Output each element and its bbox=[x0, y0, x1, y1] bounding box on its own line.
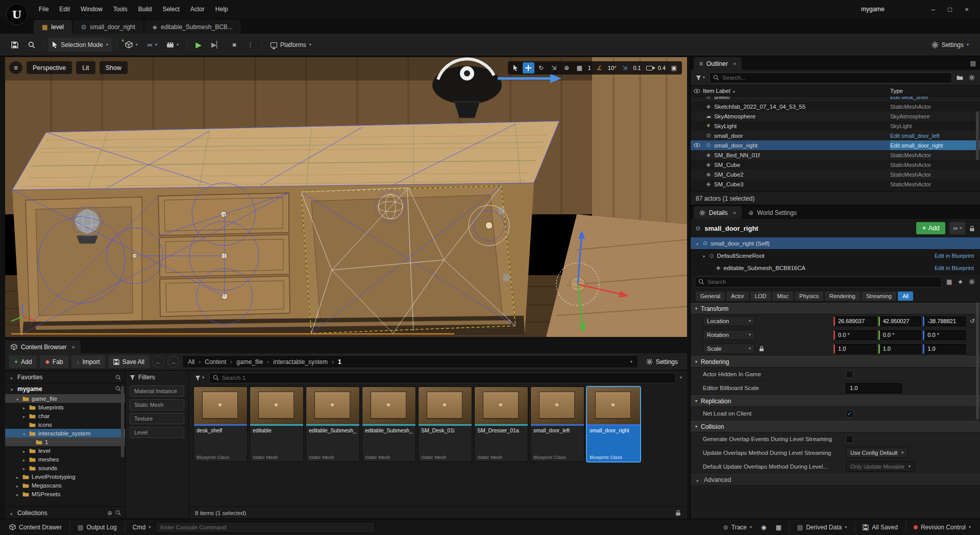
z-value-field[interactable]: -38.788821 bbox=[923, 317, 966, 326]
x-value-field[interactable]: 0.0 ° bbox=[834, 330, 876, 340]
lock-icon[interactable] bbox=[969, 225, 975, 232]
maximize-button[interactable]: □ bbox=[942, 3, 958, 16]
save-icon[interactable] bbox=[7, 38, 22, 52]
outliner-row[interactable]: small_door_right Edit small_door_right bbox=[691, 140, 980, 150]
net-load-checkbox[interactable] bbox=[846, 410, 853, 418]
platforms-dropdown[interactable]: Platforms▾ bbox=[266, 38, 315, 52]
component-row[interactable]: small_door_right (Self) bbox=[691, 237, 980, 250]
blueprints-dropdown[interactable]: ∞▾ bbox=[143, 38, 161, 52]
editor-tab[interactable]: editable_Submesh_BCB... bbox=[144, 20, 241, 34]
scale-snap-value[interactable]: 0.1 bbox=[631, 65, 642, 71]
select-tool-icon[interactable] bbox=[510, 62, 522, 74]
transform-axis-dropdown[interactable]: Rotation▾ bbox=[703, 330, 755, 340]
scale-snap-icon[interactable]: ⇲ bbox=[619, 62, 630, 74]
perspective-dropdown[interactable]: Perspective bbox=[27, 61, 72, 74]
category-chip[interactable]: Physics bbox=[795, 291, 823, 301]
output-log-button[interactable]: ▤Output Log bbox=[74, 521, 121, 533]
cmd-dropdown[interactable]: Cmd▾ bbox=[129, 521, 155, 533]
default-update-overlaps-dropdown[interactable]: Only Update Movable▾ bbox=[846, 461, 915, 472]
browse-icon[interactable] bbox=[24, 38, 39, 52]
blueprint-actions-dropdown[interactable]: ∞▾ bbox=[949, 222, 965, 234]
filter-chip[interactable]: Static Mesh bbox=[130, 399, 184, 410]
back-icon[interactable]: ← bbox=[153, 356, 164, 368]
all-saved-indicator[interactable]: All Saved bbox=[859, 521, 902, 533]
menu-item[interactable]: Edit bbox=[54, 3, 75, 15]
folder-tree-item[interactable]: sounds bbox=[5, 464, 125, 472]
collections-section[interactable]: Collections ⊕ bbox=[5, 506, 125, 519]
filter-chip[interactable]: Texture bbox=[130, 413, 184, 424]
fab-button[interactable]: ◆Fab bbox=[40, 355, 68, 368]
add-collection-icon[interactable]: ⊕ bbox=[107, 509, 112, 517]
asset-card[interactable]: desk_shelf Blueprint Class bbox=[194, 387, 247, 461]
filter-chip[interactable]: Material Instance bbox=[130, 385, 184, 397]
path-dropdown-icon[interactable]: ▾ bbox=[630, 360, 632, 364]
category-chip[interactable]: Actor bbox=[726, 291, 749, 301]
close-tab-icon[interactable]: × bbox=[733, 61, 736, 67]
outliner-row[interactable]: SM_Cube2 StaticMeshActor bbox=[691, 169, 980, 179]
breadcrumb-item[interactable]: interactable_system bbox=[267, 358, 328, 366]
scale-lock-icon[interactable] bbox=[759, 346, 764, 352]
menu-item[interactable]: Help bbox=[210, 3, 233, 15]
outliner-row[interactable]: shelfo Edit desk_shelf bbox=[691, 96, 980, 102]
transform-axis-dropdown[interactable]: Location▾ bbox=[703, 316, 755, 326]
category-chip[interactable]: Streaming bbox=[862, 291, 896, 301]
folder-tree-item[interactable]: meshes bbox=[5, 455, 125, 464]
play-options-icon[interactable]: ⋮ bbox=[243, 38, 258, 52]
console-command-input[interactable] bbox=[156, 522, 375, 533]
search-icon[interactable] bbox=[115, 386, 121, 392]
asset-card[interactable]: SM_Dresser_01a Static Mesh bbox=[475, 387, 528, 461]
quick-add-dropdown[interactable]: +▾ bbox=[121, 38, 142, 52]
folder-tree-item[interactable]: interactable_system bbox=[5, 429, 125, 437]
billboard-scale-field[interactable]: 1.0 bbox=[846, 383, 902, 393]
menu-item[interactable]: File bbox=[34, 3, 54, 15]
snapshot-icon[interactable]: ▦ bbox=[772, 521, 786, 533]
search-icon[interactable] bbox=[115, 375, 121, 380]
panel-options-icon[interactable]: ▤ bbox=[969, 59, 977, 68]
trace-dropdown[interactable]: ⊚Trace▾ bbox=[719, 521, 756, 533]
cinematics-dropdown[interactable]: ▾ bbox=[163, 38, 183, 52]
folder-tree-item[interactable]: 1 bbox=[5, 437, 125, 446]
outliner-row[interactable]: SM_Cube3 StaticMeshActor bbox=[691, 179, 980, 189]
search-icon[interactable] bbox=[115, 510, 121, 516]
revision-control-dropdown[interactable]: Revision Control▾ bbox=[910, 521, 975, 533]
asset-filter-icon[interactable]: ▾ bbox=[194, 374, 205, 382]
asset-card[interactable]: editable_Submesh_ Static Mesh bbox=[306, 387, 359, 461]
breadcrumb-item[interactable]: All bbox=[188, 358, 194, 366]
breadcrumb-item[interactable]: game_file bbox=[230, 358, 263, 366]
rotation-snap-value[interactable]: 10° bbox=[606, 65, 618, 71]
item-label-column[interactable]: Item Label▴ bbox=[703, 88, 890, 94]
folder-tree-item[interactable]: game_file bbox=[5, 394, 125, 403]
eye-icon[interactable] bbox=[691, 143, 703, 148]
z-value-field[interactable]: 1.0 bbox=[923, 344, 966, 354]
rotate-tool-icon[interactable]: ↻ bbox=[535, 62, 547, 74]
asset-card[interactable]: small_door_left Blueprint Class bbox=[531, 387, 584, 461]
type-column[interactable]: Type bbox=[890, 88, 976, 94]
outliner-filter-icon[interactable]: ▾ bbox=[695, 74, 706, 82]
y-value-field[interactable]: 0.0 ° bbox=[878, 330, 921, 340]
category-chip[interactable]: LOD bbox=[750, 291, 771, 301]
display-options-icon[interactable]: ▦ bbox=[945, 277, 953, 286]
content-browser-tab[interactable]: Content Browser × bbox=[5, 341, 81, 353]
outliner-row[interactable]: SM_Cube StaticMeshActor bbox=[691, 160, 980, 169]
edit-in-blueprint-link[interactable]: Edit in Blueprint bbox=[935, 265, 974, 271]
outliner-tab[interactable]: ≡ Outliner × bbox=[694, 57, 742, 70]
project-root-item[interactable]: mygame bbox=[5, 383, 125, 394]
x-value-field[interactable]: 1.0 bbox=[834, 344, 876, 354]
forward-icon[interactable]: → bbox=[167, 356, 179, 368]
menu-item[interactable]: Actor bbox=[185, 3, 210, 15]
lock-icon[interactable] bbox=[675, 509, 681, 516]
settings-dropdown[interactable]: Settings▾ bbox=[927, 38, 973, 52]
y-value-field[interactable]: 42.950027 bbox=[878, 317, 921, 326]
details-tab[interactable]: Details × bbox=[694, 206, 742, 219]
details-search-input[interactable] bbox=[695, 277, 942, 287]
outliner-row[interactable]: small_door Edit small_door_left bbox=[691, 131, 980, 140]
asset-card[interactable]: SM_Desk_01i Static Mesh bbox=[419, 387, 472, 461]
editor-tab[interactable]: small_door_right bbox=[73, 20, 143, 34]
skip-frame-button[interactable]: ▶▏ bbox=[207, 38, 226, 52]
menu-item[interactable]: Window bbox=[76, 3, 108, 15]
close-button[interactable]: × bbox=[959, 3, 975, 16]
camera-speed-value[interactable]: 0.4 bbox=[656, 65, 667, 71]
play-button[interactable]: ▶ bbox=[191, 38, 206, 52]
z-value-field[interactable]: 0.0 ° bbox=[923, 330, 966, 340]
asset-card[interactable]: editable Static Mesh bbox=[250, 387, 303, 461]
